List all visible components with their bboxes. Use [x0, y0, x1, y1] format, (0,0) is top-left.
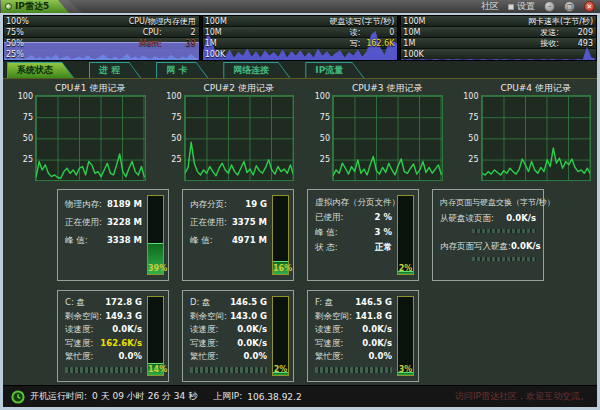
titlebar-actions: 社区 设置 － □ ✕ [481, 0, 595, 13]
y-tick: 50 [303, 135, 330, 143]
cpu-graphs-section: CPU#1 使用记录 100 75 50 25 CPU#2 使用记录 100 7… [3, 82, 597, 181]
y-tick: 100 [452, 93, 479, 101]
y-tick: 1M [205, 39, 217, 48]
virtual-memory-title: 虚拟内存（分页文件） [315, 195, 392, 210]
y-tick: 100% [6, 17, 29, 26]
y-tick: 50 [6, 135, 33, 143]
y-tick: 100 [6, 93, 33, 101]
y-tick: 75 [452, 114, 479, 122]
page-write-meter [472, 257, 536, 261]
chart-title: 网卡速率(字节/秒) [528, 17, 593, 26]
y-tick: 75 [6, 114, 33, 122]
app-logo-tab: IP雷达5 [1, 0, 69, 13]
disk-d-activity-meter [190, 367, 267, 373]
memory-paging-gauge: 16% [272, 195, 289, 275]
cpu4-graph: CPU#4 使用记录 100 75 50 25 [449, 82, 598, 181]
ip-value: 106.38.92.2 [247, 392, 301, 402]
y-tick: 75 [303, 114, 330, 122]
y-tick: 100K [403, 50, 424, 59]
tab-bar: 系统状态 进 程 网 卡 网络连接 IP流量 [3, 61, 597, 79]
y-tick: 1M [403, 39, 415, 48]
y-tick: 100M [205, 17, 227, 26]
cpu-memory-strip-chart: 100% 75% 50% 25% CPU/物理内存使用 CPU:2 Mem:39 [3, 15, 200, 61]
disk-f-gauge: 3% [397, 296, 414, 376]
y-tick: 25 [155, 156, 182, 164]
page-swap-panel: 内存页面与硬盘交换（字节/秒） 从硬盘读页面:0.0K/s 内存页面写入硬盘:0… [432, 189, 544, 281]
disk-f-activity-meter [315, 367, 392, 373]
app-window: IP雷达5 社区 设置 － □ ✕ 100% 75% 50% 25% CPU/物… [0, 0, 600, 410]
cpu3-graph: CPU#3 使用记录 100 75 50 25 [300, 82, 449, 181]
uptime-value: 0 天 09 小时 26 分 34 秒 [92, 390, 197, 403]
disk-f-panel: F: 盘146.5 G 剩余空间:141.8 G 读速度:0.0K/s 写速度:… [307, 290, 419, 382]
uptime-label: 开机运行时间: [30, 390, 87, 403]
tab-ip-traffic[interactable]: IP流量 [305, 62, 364, 78]
disk-c-activity-meter [65, 367, 142, 373]
cpu3-line [333, 96, 442, 180]
window-frame: 100% 75% 50% 25% CPU/物理内存使用 CPU:2 Mem:39… [0, 13, 600, 410]
page-swap-title: 内存页面与硬盘交换（字节/秒） [440, 195, 536, 211]
status-bar: 开机运行时间: 0 天 09 小时 26 分 34 秒 上网IP: 106.38… [3, 385, 597, 407]
disk-c-gauge: 14% [147, 296, 164, 376]
y-tick: 50 [452, 135, 479, 143]
maximize-button[interactable]: □ [564, 1, 575, 12]
y-tick: 100 [155, 93, 182, 101]
tab-network-connections[interactable]: 网络连接 [223, 62, 290, 78]
cpu4-plot: 100 75 50 25 [481, 95, 592, 181]
uptime-clock-icon [11, 390, 25, 404]
page-read-meter [472, 229, 536, 233]
network-strip-chart: 100M 10M 1M 100K 网卡速率(字节/秒) 发送:209 接收:49… [400, 15, 597, 61]
y-tick: 100M [403, 17, 425, 26]
community-button[interactable]: 社区 [481, 0, 499, 13]
tab-processes[interactable]: 进 程 [89, 62, 141, 78]
y-tick: 75 [155, 114, 182, 122]
disk-panels: C: 盘172.8 G 剩余空间:149.3 G 读速度:0.0K/s 写速度:… [3, 290, 597, 382]
y-tick: 50% [6, 39, 24, 48]
tab-system-status[interactable]: 系统状态 [7, 62, 74, 78]
cpu2-graph: CPU#2 使用记录 100 75 50 25 [152, 82, 301, 181]
cpu2-plot: 100 75 50 25 [184, 95, 295, 181]
y-tick: 100K [205, 50, 226, 59]
settings-button[interactable]: 设置 [508, 0, 535, 13]
chart-title: CPU/物理内存使用 [129, 17, 196, 26]
ip-label: 上网IP: [213, 390, 242, 403]
community-notice: 访问IP雷达社区，欢迎互动交流。 [455, 390, 589, 403]
physical-memory-panel: 物理内存:8189 M 正在使用:3228 M 峰 值:3338 M 39% [57, 189, 169, 281]
cpu1-graph: CPU#1 使用记录 100 75 50 25 [3, 82, 152, 181]
cpu-legend: CPU:2 [143, 28, 196, 37]
net-recv-legend: 接收:493 [540, 39, 593, 48]
close-button[interactable]: ✕ [584, 1, 595, 12]
virtual-memory-panel: 虚拟内存（分页文件） 已使用:2 % 峰 值:3 % 状 态:正常 2% [307, 189, 419, 281]
y-tick: 10M [403, 28, 420, 37]
y-tick: 25 [452, 156, 479, 164]
memory-paging-panel: 内存分页:19 G 正在使用:3375 M 峰 值:4971 M 16% [182, 189, 294, 281]
app-icon [5, 3, 12, 10]
minimize-button[interactable]: － [544, 1, 555, 12]
y-tick: 100 [303, 93, 330, 101]
y-tick: 25 [303, 156, 330, 164]
cpu1-plot: 100 75 50 25 [35, 95, 146, 181]
settings-icon [508, 4, 514, 10]
disk-read-legend: 读:0 [350, 28, 395, 37]
disk-d-panel: D: 盘146.5 G 剩余空间:143.0 G 读速度:0.0K/s 写速度:… [182, 290, 294, 382]
net-send-legend: 发送:209 [540, 28, 593, 37]
mem-legend: Mem:39 [139, 39, 195, 48]
chart-title: 硬盘读写(字节/秒) [329, 17, 394, 26]
top-charts: 100% 75% 50% 25% CPU/物理内存使用 CPU:2 Mem:39… [3, 15, 597, 61]
y-tick: 50 [155, 135, 182, 143]
disk-write-legend: 写:162.6K [350, 39, 395, 48]
y-tick: 10M [205, 28, 222, 37]
app-title: IP雷达5 [15, 0, 49, 13]
disk-c-write-value: 162.6K/s [100, 337, 142, 351]
disk-d-gauge: 2% [272, 296, 289, 376]
cpu4-line [482, 96, 591, 180]
y-tick: 75% [6, 28, 24, 37]
cpu1-line [36, 96, 145, 180]
virtual-memory-gauge: 2% [397, 195, 414, 275]
tab-network-card[interactable]: 网 卡 [156, 62, 208, 78]
physical-memory-gauge: 39% [147, 195, 164, 275]
memory-panels: 物理内存:8189 M 正在使用:3228 M 峰 值:3338 M 39% 内… [3, 189, 597, 281]
cpu2-line [185, 96, 294, 180]
disk-io-strip-chart: 100M 10M 1M 100K 硬盘读写(字节/秒) 读:0 写:162.6K [202, 15, 399, 61]
y-tick: 25 [6, 156, 33, 164]
titlebar: IP雷达5 社区 设置 － □ ✕ [0, 0, 600, 13]
